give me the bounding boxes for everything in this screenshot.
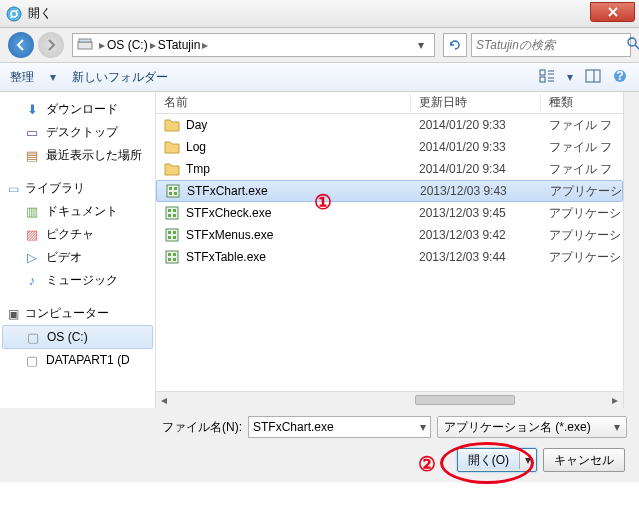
svg-rect-9	[167, 185, 179, 197]
svg-text:?: ?	[616, 69, 623, 83]
file-name: Log	[186, 140, 206, 154]
svg-rect-28	[173, 258, 176, 261]
filetype-filter-combo[interactable]: アプリケーション名 (*.exe) ▾	[437, 416, 627, 438]
refresh-button[interactable]	[443, 33, 467, 57]
column-name[interactable]: 名前	[156, 94, 411, 111]
sidebar-music[interactable]: ミュージック	[0, 269, 155, 292]
music-icon	[24, 273, 40, 289]
close-button[interactable]	[590, 2, 635, 22]
filename-value[interactable]: STFxChart.exe	[253, 420, 420, 434]
svg-rect-11	[174, 187, 177, 190]
recent-icon	[24, 148, 40, 164]
navigation-bar: ▸ OS (C:) ▸ STatujin ▸ ▾	[0, 28, 639, 62]
organize-button[interactable]: 整理	[10, 69, 34, 86]
chevron-right-icon: ▸	[97, 38, 107, 52]
column-type[interactable]: 種類	[541, 94, 623, 111]
arrow-right-icon	[44, 38, 58, 52]
chevron-right-icon: ▸	[148, 38, 158, 52]
file-type: アプリケーシ	[541, 205, 623, 222]
svg-rect-22	[168, 236, 171, 239]
svg-rect-1	[78, 42, 92, 49]
open-button[interactable]: 開く(O) ▾	[457, 448, 537, 472]
filename-label: ファイル名(N):	[162, 419, 242, 436]
svg-rect-27	[168, 258, 171, 261]
exe-icon	[165, 183, 181, 199]
search-input[interactable]	[476, 38, 627, 52]
view-mode-button[interactable]	[537, 67, 557, 88]
drive-icon	[25, 329, 41, 345]
sidebar-drive-d[interactable]: DATAPART1 (D	[0, 349, 155, 371]
svg-rect-14	[166, 207, 178, 219]
file-date: 2013/12/03 9:45	[411, 206, 541, 220]
file-row[interactable]: Tmp2014/01/20 9:34ファイル フ	[156, 158, 623, 180]
picture-icon	[24, 227, 40, 243]
search-box[interactable]	[471, 33, 631, 57]
file-name: Tmp	[186, 162, 210, 176]
file-row[interactable]: STFxChart.exe2013/12/03 9:43アプリケーシ	[156, 180, 623, 202]
sidebar-desktop[interactable]: デスクトップ	[0, 121, 155, 144]
breadcrumb-drive[interactable]: OS (C:)	[107, 38, 148, 52]
sidebar-libraries-head[interactable]: ライブラリ	[0, 177, 155, 200]
exe-icon	[164, 205, 180, 221]
refresh-icon	[448, 38, 462, 52]
breadcrumb-dropdown[interactable]: ▾	[412, 38, 430, 52]
chevron-right-icon: ▸	[200, 38, 210, 52]
close-icon	[607, 7, 619, 17]
sidebar-drive-c[interactable]: OS (C:)	[2, 325, 153, 349]
svg-rect-2	[79, 39, 91, 42]
address-bar[interactable]: ▸ OS (C:) ▸ STatujin ▸ ▾	[72, 33, 435, 57]
nav-back-button[interactable]	[8, 32, 34, 58]
svg-rect-15	[168, 209, 171, 212]
horizontal-scrollbar[interactable]: ◂▸	[156, 391, 623, 408]
folder-icon	[164, 161, 180, 177]
file-list-header: 名前 更新日時 種類	[156, 92, 623, 114]
cancel-button[interactable]: キャンセル	[543, 448, 625, 472]
filter-value: アプリケーション名 (*.exe)	[444, 419, 614, 436]
chevron-down-icon[interactable]: ▾	[614, 420, 620, 434]
dialog-footer: ファイル名(N): STFxChart.exe ▾ アプリケーション名 (*.e…	[0, 408, 639, 482]
svg-rect-16	[173, 209, 176, 212]
file-row[interactable]: STFxTable.exe2013/12/03 9:44アプリケーシ	[156, 246, 623, 268]
svg-rect-10	[169, 187, 172, 190]
preview-pane-button[interactable]	[583, 67, 603, 88]
sidebar: ダウンロード デスクトップ 最近表示した場所 ライブラリ ドキュメント ピクチャ…	[0, 92, 156, 408]
file-row[interactable]: STFxMenus.exe2013/12/03 9:42アプリケーシ	[156, 224, 623, 246]
file-row[interactable]: Log2014/01/20 9:33ファイル フ	[156, 136, 623, 158]
file-date: 2014/01/20 9:33	[411, 140, 541, 154]
toolbar: 整理 ▾ 新しいフォルダー ▾ ?	[0, 62, 639, 92]
folder-icon	[164, 139, 180, 155]
drive-icon	[24, 352, 40, 368]
file-name: STFxMenus.exe	[186, 228, 273, 242]
filename-combo[interactable]: STFxChart.exe ▾	[248, 416, 431, 438]
svg-rect-17	[168, 214, 171, 217]
sidebar-documents[interactable]: ドキュメント	[0, 200, 155, 223]
window-title: 開く	[28, 5, 590, 22]
exe-icon	[164, 249, 180, 265]
chevron-down-icon[interactable]: ▾	[520, 453, 536, 467]
file-name: STFxChart.exe	[187, 184, 268, 198]
file-type: ファイル フ	[541, 161, 623, 178]
new-folder-button[interactable]: 新しいフォルダー	[72, 69, 168, 86]
file-type: アプリケーシ	[541, 249, 623, 266]
breadcrumb-folder[interactable]: STatujin	[158, 38, 201, 52]
column-date[interactable]: 更新日時	[411, 94, 541, 111]
sidebar-pictures[interactable]: ピクチャ	[0, 223, 155, 246]
help-button[interactable]: ?	[611, 67, 629, 88]
sidebar-videos[interactable]: ビデオ	[0, 246, 155, 269]
svg-rect-5	[540, 77, 545, 82]
vertical-scrollbar[interactable]	[623, 92, 639, 408]
file-name: STFxTable.exe	[186, 250, 266, 264]
file-type: ファイル フ	[541, 139, 623, 156]
file-row[interactable]: STFxCheck.exe2013/12/03 9:45アプリケーシ	[156, 202, 623, 224]
chevron-down-icon[interactable]: ▾	[420, 420, 426, 434]
file-list[interactable]: 名前 更新日時 種類 Day2014/01/20 9:33ファイル フLog20…	[156, 92, 623, 408]
svg-rect-26	[173, 253, 176, 256]
file-date: 2013/12/03 9:42	[411, 228, 541, 242]
sidebar-computer-head[interactable]: コンピューター	[0, 302, 155, 325]
nav-forward-button[interactable]	[38, 32, 64, 58]
svg-rect-6	[586, 70, 600, 82]
file-row[interactable]: Day2014/01/20 9:33ファイル フ	[156, 114, 623, 136]
svg-rect-4	[540, 70, 545, 75]
sidebar-recent[interactable]: 最近表示した場所	[0, 144, 155, 167]
sidebar-downloads[interactable]: ダウンロード	[0, 98, 155, 121]
